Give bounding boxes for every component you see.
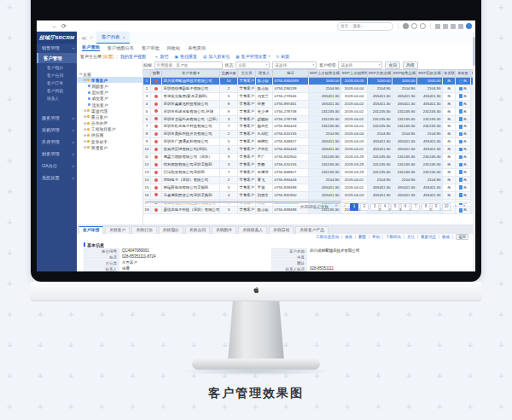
my-view-link[interactable]: 我的客户视图 <box>120 54 146 59</box>
column-header-6[interactable]: 联系人 <box>256 70 273 77</box>
action-link-7[interactable]: 最新动态 <box>421 235 439 239</box>
chat-icon[interactable] <box>411 23 417 29</box>
detail-tab-5[interactable]: 关联合同 <box>185 226 210 235</box>
sidebar-item-9[interactable]: 采购管理▸ <box>37 125 77 136</box>
expander-icon[interactable]: ⊞ <box>84 133 86 137</box>
subtab-3[interactable]: 客户审批 <box>142 45 160 51</box>
tree-node-12[interactable]: ⊞竞争对手 <box>77 138 143 144</box>
detail-tab-8[interactable]: 关联日程 <box>269 226 294 235</box>
table-row[interactable]: 11德惠力国际有限公司（深圳）9常售客户罗广0755-832900241245.… <box>143 154 473 161</box>
page-10[interactable]: 10 <box>442 203 451 211</box>
table-row[interactable]: 8深圳市奥拓科技开发有限公司2常售客户孔祥红0755-6151552104.90… <box>143 131 473 138</box>
pager-nav[interactable]: › <box>452 203 459 209</box>
tree-node-10[interactable]: ⊞工程项目客户 <box>77 126 143 132</box>
help-icon[interactable] <box>420 23 426 29</box>
pager-nav[interactable]: ‹ <box>341 203 348 209</box>
sidebar-item-10[interactable]: 库存管理▸ <box>37 137 77 148</box>
pager-nav[interactable]: » <box>461 203 468 209</box>
table-row[interactable]: 4深圳市鑫威迅科技有限公司8常售客户张雁0755-897461455411.30… <box>143 101 473 108</box>
back-icon[interactable]: ← <box>52 20 58 32</box>
sidebar-item-4[interactable]: 客户合同 <box>37 71 77 79</box>
expander-icon[interactable]: ⊞ <box>84 127 86 131</box>
detail-tab-9[interactable]: 关联客户产品 <box>295 226 329 235</box>
page-8[interactable]: 8 <box>422 203 430 211</box>
sidebar-item-6[interactable]: 客户回款 <box>37 86 77 94</box>
tree-node-13[interactable]: ⊞普通客户 <box>77 144 143 150</box>
search-input[interactable]: 首页 | 搜索... <box>337 22 393 31</box>
action-link-6[interactable]: 关注 <box>407 235 418 239</box>
column-header-10[interactable]: ERP欠款金额 <box>368 70 393 77</box>
action-link-8[interactable]: 收藏 <box>442 235 453 239</box>
manager-select[interactable]: 请选择▾ <box>338 61 382 69</box>
column-header-1[interactable] <box>143 70 151 77</box>
page-3[interactable]: 3 <box>370 203 379 211</box>
page-9[interactable]: 9 <box>432 203 440 211</box>
table-row[interactable]: 5深圳市机进光电有限公司-环球9常售客户金少强0755-278738241245… <box>143 108 473 116</box>
tab-customer-list[interactable]: 客户列表 × <box>96 32 130 44</box>
detail-tab-4[interactable]: 关联报价 <box>159 226 183 235</box>
toolbar-button-1[interactable]: ＋新增 <box>154 54 169 59</box>
search-scope[interactable]: 首页 <box>340 24 348 28</box>
table-row[interactable]: 12信和国际有限公司深圳采购部3常售客户李鹏0755-615155241245.… <box>143 161 473 169</box>
sidebar-item-7[interactable]: 联系人 <box>37 94 77 102</box>
subtab-5[interactable]: 来电查询 <box>188 45 206 51</box>
table-row[interactable]: 3香港实业集团(家具采购部)5常售客户冯亚兰0755-273566455411.… <box>143 93 473 101</box>
page-4[interactable]: 4 <box>381 203 389 211</box>
column-header-8[interactable]: ERP上次销售金额 <box>309 70 341 77</box>
detail-tab-2[interactable]: 关联客户 <box>105 226 130 235</box>
expander-icon[interactable]: ⊞ <box>84 139 86 143</box>
tree-node-6[interactable]: 流失客户 <box>77 102 143 108</box>
subtab-4[interactable]: 回收站 <box>167 45 181 51</box>
expander-icon[interactable]: ⊞ <box>84 145 86 149</box>
expander-icon[interactable]: ⊞ <box>84 121 86 125</box>
detail-tab-3[interactable]: 关联行动 <box>131 226 156 235</box>
tree-node-9[interactable]: ⊞合作伙伴 <box>77 120 143 126</box>
sidebar-item-12[interactable]: OA办公▸ <box>37 160 77 172</box>
table-row[interactable]: 9深圳市广源通风机有限公司5常售客户姚晓红0755-848827455411.3… <box>143 138 473 146</box>
column-header-4[interactable]: 交易记录 <box>220 70 238 77</box>
vertical-scrollbar[interactable] <box>473 32 475 271</box>
refresh-icon[interactable]: ⟳ <box>61 20 67 32</box>
tree-node-8[interactable]: ⊞重点客户 <box>77 114 143 120</box>
tree-node-7[interactable]: ⊞渠道代理 <box>77 108 143 114</box>
action-link-2[interactable]: 修改 <box>345 235 356 239</box>
detail-tab-1[interactable]: 客户详情 <box>79 226 103 235</box>
page-7[interactable]: 7 <box>411 203 420 211</box>
sidebar-item-3[interactable]: 客户报价 <box>37 63 77 71</box>
expander-icon[interactable]: ⊟ <box>79 72 82 76</box>
settings-link[interactable]: [设置] <box>102 54 113 59</box>
home-tab-icon[interactable]: ○ <box>90 35 93 40</box>
column-header-13[interactable]: 未关联 <box>443 70 456 77</box>
table-row[interactable]: 14华阳电子（深圳）有限公司2常售客户黄飞0755-8304432104.902… <box>143 177 473 184</box>
keyword-input[interactable]: 常用搜索、客户名 <box>154 61 223 69</box>
close-icon[interactable]: × <box>122 35 125 40</box>
assistant-icon[interactable] <box>466 23 472 29</box>
column-header-11[interactable]: ERP销售总额 <box>393 70 417 77</box>
search-button[interactable]: 查询 <box>385 61 400 69</box>
column-header-2[interactable]: 预警 <box>151 70 162 77</box>
avatar-icon[interactable] <box>403 23 409 29</box>
table-row[interactable]: 15格瑞普电池有限公司采购部5常售客户罗英0755-839498455411.3… <box>143 184 473 192</box>
table-row[interactable]: 13巴法利亚有限公司深圳部7常售客户吕建华0755-848827241245.3… <box>143 169 473 177</box>
column-header-14[interactable]: 未收款 <box>456 70 471 77</box>
theme-icon[interactable] <box>458 24 463 29</box>
tree-node-4[interactable]: 意向客户 <box>77 90 143 96</box>
toolbar-button-3[interactable]: ▤加入群发包 <box>203 54 230 59</box>
tree-node-5[interactable]: 成交客户 <box>77 96 143 102</box>
page-1[interactable]: 1 <box>350 203 358 211</box>
subtab-1[interactable]: 客户查询 <box>82 44 100 51</box>
status-select[interactable]: 全部▾ <box>236 61 270 69</box>
column-header-3[interactable]: 客户名称 ▾ <box>162 70 220 77</box>
column-header-9[interactable]: ERP上次销售时间 <box>341 70 368 77</box>
tree-node-3[interactable]: 回款客户 <box>77 83 143 89</box>
share-icon[interactable] <box>435 24 440 29</box>
table-row[interactable]: 1四川成都聚物克技术有限公司10常售客户陈小姐0755-83005951000.… <box>143 78 473 85</box>
horizontal-scrollbar[interactable] <box>143 201 473 203</box>
fullscreen-icon[interactable] <box>451 24 456 29</box>
page-5[interactable]: 5 <box>391 203 399 211</box>
action-link-3[interactable]: 删除 <box>358 235 369 239</box>
sidebar-item-11[interactable]: 财务管理▸ <box>37 149 77 160</box>
subtab-2[interactable]: 客户地图分布 <box>108 45 134 51</box>
tree-node-2[interactable]: ⊟常售客户 <box>77 77 143 83</box>
table-row[interactable]: 6深圳市圣瑞礼品有限公司（总部）3常售客户赵丽婷0755-27873824124… <box>143 116 473 124</box>
